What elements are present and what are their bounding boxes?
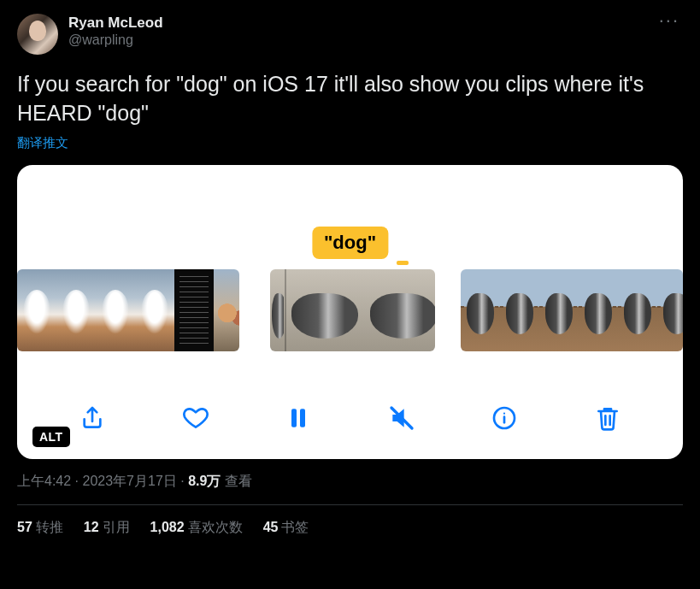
media-card[interactable]: "dog" (17, 165, 683, 459)
avatar[interactable] (17, 14, 58, 55)
views-label: 查看 (221, 474, 251, 488)
thumbnail-frame (500, 269, 539, 351)
thumbnail-frame (135, 269, 174, 351)
thumbnail-frame (618, 269, 657, 351)
thumbnail-frame (579, 269, 618, 351)
more-icon[interactable]: ··· (656, 14, 683, 28)
retweets-stat[interactable]: 57转推 (17, 519, 63, 537)
tweet-text: If you search for "dog" on iOS 17 it'll … (17, 70, 683, 128)
thumbnail-frame (461, 269, 500, 351)
search-term-bubble: "dog" (312, 227, 388, 259)
thumbnail-frame (17, 269, 56, 351)
thumbnail-frame (96, 269, 135, 351)
pause-icon[interactable] (281, 401, 315, 435)
thumbnail-frame (214, 269, 239, 351)
trash-icon[interactable] (591, 401, 625, 435)
quotes-stat[interactable]: 12引用 (84, 519, 130, 537)
alt-badge[interactable]: ALT (32, 427, 70, 447)
svg-point-4 (503, 412, 505, 414)
speaker-muted-icon[interactable] (385, 401, 419, 435)
author-names[interactable]: Ryan McLeod @warpling (68, 14, 163, 49)
tweet-stats: 57转推 12引用 1,082喜欢次数 45书签 (17, 505, 683, 551)
likes-stat[interactable]: 1,082喜欢次数 (150, 519, 243, 537)
media-toolbar (17, 401, 683, 435)
thumbnail-frame (56, 269, 96, 351)
clip-group-1[interactable] (17, 269, 239, 351)
playhead-marker (397, 261, 409, 265)
views-count: 8.9万 (188, 474, 221, 488)
tweet-meta: 上午4:42 · 2023年7月17日 · 8.9万 查看 (17, 473, 683, 505)
video-timeline-strip[interactable] (17, 269, 683, 351)
svg-rect-0 (291, 409, 297, 427)
clip-group-3[interactable] (461, 269, 683, 351)
display-name: Ryan McLeod (68, 14, 163, 32)
svg-rect-1 (300, 409, 305, 427)
thumbnail-frame (539, 269, 579, 351)
thumbnail-frame (657, 269, 683, 351)
handle: @warpling (68, 32, 163, 49)
tweet-header: Ryan McLeod @warpling ··· (17, 14, 683, 55)
thumbnail-frame (174, 269, 214, 351)
clip-group-2[interactable] (270, 269, 435, 351)
share-icon[interactable] (75, 401, 109, 435)
tweet-time[interactable]: 上午4:42 (17, 474, 71, 488)
tweet-date[interactable]: 2023年7月17日 (82, 474, 176, 488)
tweet-container: Ryan McLeod @warpling ··· If you search … (0, 0, 700, 551)
thumbnail-frame (362, 269, 435, 351)
heart-icon[interactable] (179, 401, 213, 435)
thumbnail-frame (284, 269, 362, 351)
bookmarks-stat[interactable]: 45书签 (263, 519, 309, 537)
info-icon[interactable] (487, 401, 521, 435)
translate-link[interactable]: 翻译推文 (17, 135, 683, 151)
